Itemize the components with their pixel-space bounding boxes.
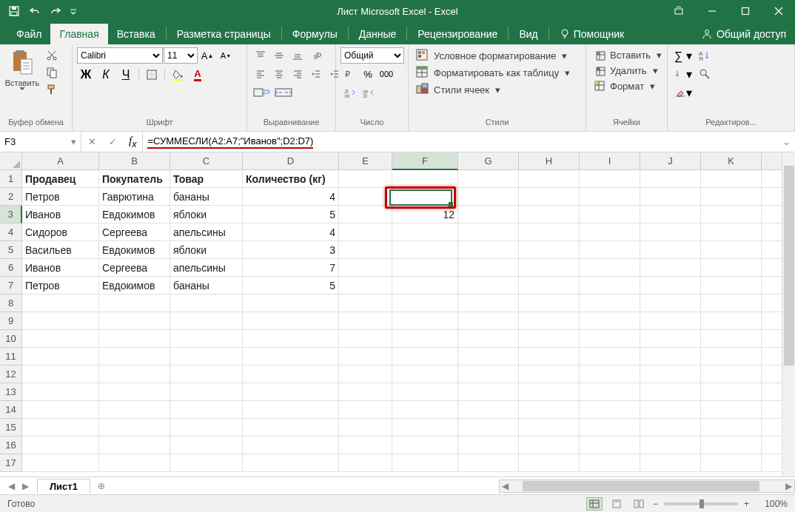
conditional-formatting-button[interactable]: Условное форматирование▾ [413,47,570,64]
sheet-nav-next-icon[interactable]: ▶ [20,481,31,491]
tab-help[interactable]: Помощник [551,24,633,44]
cell[interactable] [392,188,458,206]
cell[interactable]: Количество (кг) [243,170,339,188]
cell[interactable] [22,294,99,312]
font-label[interactable]: Шрифт [77,116,242,128]
cell[interactable]: 5 [243,277,339,294]
name-box[interactable]: ▾ [0,132,81,152]
cell[interactable] [392,437,458,454]
cell[interactable] [170,348,243,366]
undo-icon[interactable] [27,3,43,19]
cell[interactable]: 4 [243,188,339,206]
cell[interactable] [392,312,458,330]
cell[interactable] [22,454,99,472]
cell[interactable] [392,383,458,401]
increase-decimal-icon[interactable]: ,0,00 [341,84,358,101]
cell[interactable] [339,454,392,472]
cell[interactable] [339,223,392,241]
cut-button[interactable] [43,47,61,64]
cell[interactable]: Евдокимов [99,206,170,223]
row-header[interactable]: 11 [0,348,22,366]
column-header[interactable]: K [701,152,762,170]
cell[interactable] [701,437,762,454]
cell[interactable] [580,223,640,241]
cell[interactable] [580,312,640,330]
cell[interactable] [243,366,339,383]
cell[interactable]: Петров [22,188,99,206]
cell[interactable] [519,330,580,348]
cell[interactable] [22,401,99,419]
cell[interactable] [580,259,640,277]
paste-button[interactable]: Вставить [4,47,40,92]
cell[interactable] [519,188,580,206]
cell[interactable] [243,294,339,312]
cell[interactable] [339,188,392,206]
cell[interactable] [458,206,519,223]
cell[interactable] [22,419,99,437]
zoom-in-button[interactable]: + [744,499,749,509]
cell[interactable] [519,206,580,223]
cell[interactable] [640,294,701,312]
sort-filter-icon[interactable]: АЯ [695,47,714,64]
cell[interactable] [339,312,392,330]
cell[interactable] [243,401,339,419]
cell[interactable] [701,223,762,241]
row-header[interactable]: 7 [0,277,22,294]
cell[interactable] [99,383,170,401]
cell[interactable] [640,454,701,472]
cell[interactable] [339,170,392,188]
thousands-icon[interactable]: 000 [378,66,395,82]
row-header[interactable]: 14 [0,401,22,419]
row-header[interactable]: 17 [0,454,22,472]
clipboard-label[interactable]: Буфер обмена [4,116,67,128]
cell[interactable]: апельсины [170,223,243,241]
cell[interactable] [701,312,762,330]
cell[interactable]: 5 [243,206,339,223]
cell[interactable] [458,277,519,294]
cell[interactable] [519,366,580,383]
row-header[interactable]: 6 [0,259,22,277]
clear-icon[interactable]: ▾ [672,84,694,101]
cell[interactable] [701,277,762,294]
sheet-nav-prev-icon[interactable]: ◀ [6,481,17,491]
tab-page-layout[interactable]: Разметка страницы [168,24,280,44]
tab-file[interactable]: Файл [7,24,50,44]
column-header[interactable]: J [640,152,701,170]
cell[interactable] [701,330,762,348]
cell[interactable] [458,330,519,348]
cell[interactable]: Гаврютина [99,188,170,206]
cell[interactable] [458,188,519,206]
cell[interactable] [640,330,701,348]
page-layout-view-icon[interactable] [608,497,625,511]
tab-home[interactable]: Главная [50,24,107,44]
cell[interactable] [701,366,762,383]
formula-input[interactable]: =СУММЕСЛИ(A2:A7;"Иванов";D2:D7) [143,132,777,152]
row-header[interactable]: 4 [0,223,22,241]
cell[interactable]: яблоки [170,206,243,223]
tab-view[interactable]: Вид [510,24,546,44]
cell[interactable] [640,277,701,294]
horizontal-scrollbar[interactable]: ◀ ▶ [499,479,795,493]
decrease-decimal-icon[interactable]: ,00,0 [359,84,377,101]
cell[interactable] [640,188,701,206]
cell[interactable] [392,241,458,259]
cell[interactable] [392,330,458,348]
cell[interactable] [392,170,458,188]
row-header[interactable]: 12 [0,366,22,383]
cell[interactable] [339,330,392,348]
share-button[interactable]: Общий доступ [693,24,795,44]
cell[interactable] [243,437,339,454]
cell[interactable] [580,348,640,366]
cell[interactable] [339,366,392,383]
cell[interactable] [339,383,392,401]
add-sheet-button[interactable]: ⊕ [90,481,113,491]
cell[interactable]: Сергеева [99,259,170,277]
cell[interactable] [519,223,580,241]
cells-label[interactable]: Ячейки [591,116,662,128]
cell[interactable] [580,170,640,188]
cell[interactable] [580,277,640,294]
cell[interactable] [22,330,99,348]
row-header[interactable]: 16 [0,437,22,454]
format-cells-button[interactable]: Формат▾ [591,78,658,93]
cell[interactable] [519,312,580,330]
